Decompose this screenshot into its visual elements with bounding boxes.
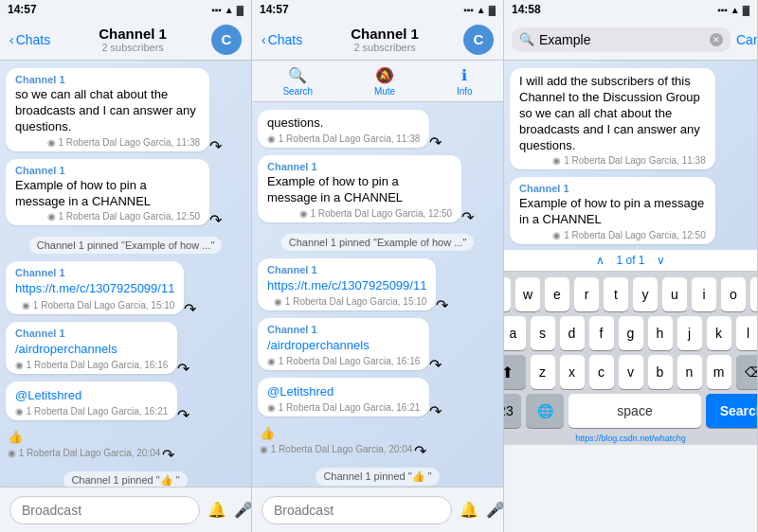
key-s[interactable]: s <box>531 316 555 350</box>
info-toolbar-btn[interactable]: ℹ Info <box>457 66 473 97</box>
back-label-2[interactable]: Chats <box>268 32 303 47</box>
p2-forward-3[interactable]: ↷ <box>436 296 448 314</box>
p2-msg-meta-4: ◉ 1 Roberta Dal Lago Garcia, 16:16 <box>267 356 420 366</box>
key-backspace[interactable]: ⌫ <box>736 355 759 389</box>
chat-area-1[interactable]: Channel 1 so we can all chat about the b… <box>0 61 251 487</box>
key-w[interactable]: w <box>515 277 540 311</box>
msg-link-1[interactable]: https://t.me/c/1307925099/11 <box>15 280 174 297</box>
back-button-1[interactable]: ‹ Chats <box>9 32 50 47</box>
nav-bar-2: ‹ Chats Channel 1 2 subscribers C <box>252 19 503 61</box>
p3-message-2: Channel 1 Example of how to pin a messag… <box>510 177 715 244</box>
p2-msg-row-6: 👍 ◉ 1 Roberta Dal Lago Garcia, 20:04 ↷ <box>258 424 497 460</box>
msg-meta-4: ◉ 1 Roberta Dal Lago Garcia, 16:16 <box>15 360 168 370</box>
p2-msg-link-1[interactable]: https://t.me/c/1307925099/11 <box>267 277 426 294</box>
channel-name-2: Channel 1 <box>15 165 200 176</box>
msg-link-2[interactable]: /airdroperchannels <box>15 341 168 358</box>
key-x[interactable]: x <box>560 355 585 389</box>
key-f[interactable]: f <box>589 316 614 350</box>
key-space[interactable]: space <box>568 394 701 428</box>
p2-msg-row-1: questions. ◉ 1 Roberta Dal Lago Garcia, … <box>258 110 497 151</box>
key-v[interactable]: v <box>619 355 643 389</box>
key-c[interactable]: c <box>589 355 614 389</box>
key-d[interactable]: d <box>560 316 585 350</box>
bell-icon-1[interactable]: 🔔 <box>208 501 226 519</box>
cancel-search-button[interactable]: Cancel <box>736 32 758 47</box>
mic-icon-1[interactable]: 🎤 <box>234 501 252 519</box>
bottom-icons-1: 🔔 🎤 <box>208 501 252 519</box>
channel-title-1: Channel 1 <box>54 26 211 42</box>
key-r[interactable]: r <box>574 277 599 311</box>
key-z[interactable]: z <box>531 355 555 389</box>
channel-name-1: Channel 1 <box>15 74 200 85</box>
chat-area-3[interactable]: I will add the subscribers of this Chann… <box>504 61 757 250</box>
key-j[interactable]: j <box>677 316 702 350</box>
key-globe[interactable]: 🌐 <box>526 394 564 428</box>
key-p[interactable]: p <box>750 277 758 311</box>
broadcast-input-2[interactable] <box>262 496 452 524</box>
broadcast-input-1[interactable] <box>9 496 200 524</box>
search-input[interactable] <box>539 32 705 47</box>
key-num[interactable]: 123 <box>504 394 521 428</box>
forward-icon-6[interactable]: ↷ <box>162 446 174 464</box>
forward-icon-2[interactable]: ↷ <box>209 211 222 229</box>
p3-msg-meta-1: ◉ 1 Roberta Dal Lago Garcia, 11:38 <box>519 155 706 166</box>
status-icons-1: ▪▪▪ ▲ ▓ <box>211 5 244 15</box>
back-label-1[interactable]: Chats <box>16 32 51 47</box>
key-t[interactable]: t <box>604 277 628 311</box>
p2-msg-link-2[interactable]: /airdroperchannels <box>267 337 420 354</box>
msg-row-5: @Letitshred ◉ 1 Roberta Dal Lago Garcia,… <box>6 381 245 424</box>
search-toolbar-btn[interactable]: 🔍 Search <box>282 66 313 97</box>
key-a[interactable]: a <box>504 316 526 350</box>
key-m[interactable]: m <box>707 355 731 389</box>
toolbar-bar: 🔍 Search 🔕 Mute ℹ Info <box>252 61 503 102</box>
key-g[interactable]: g <box>619 316 643 350</box>
p2-sys-2: Channel 1 pinned "👍 " <box>258 464 497 487</box>
message-bubble-2: Channel 1 Example of how to pin a messag… <box>6 159 209 226</box>
key-b[interactable]: b <box>648 355 673 389</box>
forward-icon-5[interactable]: ↷ <box>177 406 190 424</box>
back-arrow-icon: ‹ <box>9 32 14 47</box>
nav-title-1: Channel 1 2 subscribers <box>54 26 211 53</box>
p2-forward-4[interactable]: ↷ <box>429 356 442 374</box>
key-k[interactable]: k <box>707 316 731 350</box>
p2-forward-2[interactable]: ↷ <box>461 208 474 226</box>
key-o[interactable]: o <box>721 277 746 311</box>
p2-forward-6[interactable]: ↷ <box>414 442 426 460</box>
back-button-2[interactable]: ‹ Chats <box>262 32 302 47</box>
key-i[interactable]: i <box>692 277 716 311</box>
msg-emoji-1: 👍 <box>8 430 160 446</box>
p2-msg-text-2: Example of how to pin a message in a CHA… <box>267 174 452 206</box>
forward-icon-4[interactable]: ↷ <box>177 360 190 378</box>
channel-title-2: Channel 1 <box>306 26 463 42</box>
mic-icon-2[interactable]: 🎤 <box>486 501 504 519</box>
key-u[interactable]: u <box>662 277 687 311</box>
p2-msg-row-2: Channel 1 Example of how to pin a messag… <box>258 155 497 226</box>
key-y[interactable]: y <box>633 277 658 311</box>
p2-mention-1[interactable]: @Letitshred <box>267 383 420 400</box>
nav-count-label: 1 of 1 <box>616 254 644 267</box>
key-shift[interactable]: ⬆ <box>504 355 526 389</box>
bell-icon-2[interactable]: 🔔 <box>460 501 478 519</box>
msg-mention-1[interactable]: @Letitshred <box>15 387 168 404</box>
forward-icon-3[interactable]: ↷ <box>184 300 196 318</box>
p2-message-5: @Letitshred ◉ 1 Roberta Dal Lago Garcia,… <box>258 378 429 417</box>
key-e[interactable]: e <box>545 277 569 311</box>
p2-forward-5[interactable]: ↷ <box>429 402 442 420</box>
avatar-1[interactable]: C <box>211 25 242 55</box>
key-q[interactable]: q <box>504 277 511 311</box>
nav-up-icon[interactable]: ∧ <box>596 254 605 267</box>
mute-toolbar-btn[interactable]: 🔕 Mute <box>374 66 395 97</box>
p2-forward-1[interactable]: ↷ <box>429 133 442 151</box>
key-n[interactable]: n <box>677 355 702 389</box>
message-bubble-4: Channel 1 /airdroperchannels ◉ 1 Roberta… <box>6 322 177 374</box>
clear-search-icon[interactable]: ✕ <box>710 33 723 46</box>
key-h[interactable]: h <box>648 316 673 350</box>
nav-down-icon[interactable]: ∨ <box>657 254 665 267</box>
key-search[interactable]: Search <box>706 394 758 428</box>
avatar-2[interactable]: C <box>463 25 494 55</box>
forward-icon-1[interactable]: ↷ <box>209 137 222 155</box>
key-l[interactable]: l <box>736 316 759 350</box>
kb-row-3: ⬆ z x c v b n m ⌫ <box>508 355 753 389</box>
chat-area-2[interactable]: questions. ◉ 1 Roberta Dal Lago Garcia, … <box>252 102 503 487</box>
msg-meta-3: ◉ 1 Roberta Dal Lago Garcia, 15:10 <box>15 300 174 310</box>
